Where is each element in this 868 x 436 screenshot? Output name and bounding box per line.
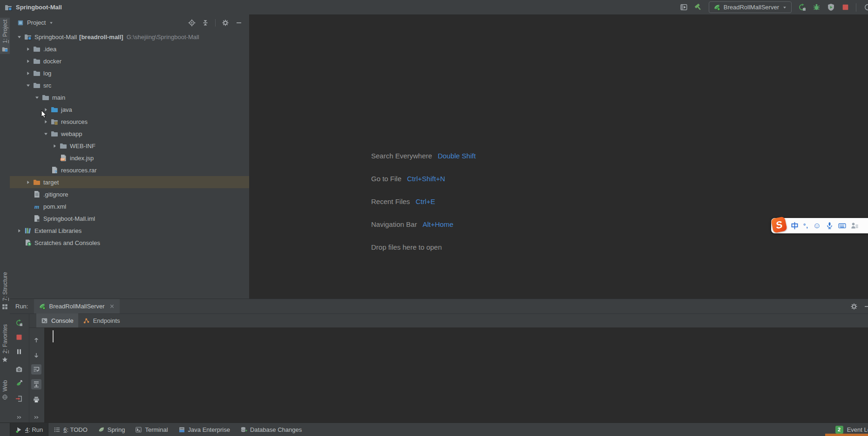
- project-folder-icon: [5, 4, 12, 11]
- tree-row-Springboot-Mall[interactable]: Springboot-Mall[breadroll-mall]G:\shejii…: [10, 31, 249, 43]
- expand-arrow-icon[interactable]: [15, 227, 23, 234]
- statusbar-item-terminal[interactable]: Terminal: [130, 423, 173, 436]
- statusbar: 4: Run6: TODOSpringTerminalJava Enterpri…: [0, 422, 868, 436]
- run-config-dropdown[interactable]: BreadRollMallServer: [709, 1, 792, 13]
- statusbar-item-spring[interactable]: Spring: [93, 423, 130, 436]
- expand-arrow-icon[interactable]: [51, 142, 58, 150]
- project-view-icon: [17, 20, 24, 26]
- expand-arrow-icon[interactable]: [42, 130, 49, 137]
- chevron-down-icon[interactable]: [49, 20, 54, 25]
- hide-run-panel-icon[interactable]: [863, 303, 868, 310]
- tree-row-External Libraries[interactable]: External Libraries: [10, 225, 249, 237]
- tree-row-target[interactable]: target: [10, 176, 249, 188]
- search-everywhere-icon[interactable]: [863, 3, 868, 11]
- tree-row-.gitignore[interactable]: .gitignore: [10, 188, 249, 200]
- tree-row-Springboot-Mall.iml[interactable]: Springboot-Mall.iml: [10, 212, 249, 225]
- statusbar-item-label: 4: Run: [25, 426, 43, 433]
- exit-button[interactable]: [15, 395, 23, 402]
- tab-console[interactable]: Console: [36, 313, 78, 327]
- tree-item-label: pom.xml: [43, 203, 66, 210]
- statusbar-item-database-changes[interactable]: Database Changes: [235, 423, 307, 436]
- expand-arrow-icon[interactable]: [24, 69, 32, 77]
- statusbar-item-java-enterprise[interactable]: Java Enterprise: [173, 423, 235, 436]
- tree-row-resources.rar[interactable]: ?resources.rar: [10, 164, 249, 176]
- stop-button[interactable]: [841, 3, 849, 11]
- drop-hint-label: Drop files here to open: [371, 243, 442, 251]
- statusbar-item--todo[interactable]: 6: TODO: [48, 423, 93, 436]
- expand-arrow-icon[interactable]: [24, 45, 32, 53]
- statusbar-item--run[interactable]: 4: Run: [10, 423, 48, 436]
- skin-settings-icon[interactable]: [851, 222, 859, 230]
- tree-row-main[interactable]: main: [10, 91, 249, 103]
- text-caret: [53, 330, 54, 342]
- editor-area[interactable]: Search EverywhereDouble ShiftGo to FileC…: [249, 14, 868, 299]
- microphone-icon[interactable]: [826, 222, 834, 230]
- prev-occurrence-button[interactable]: [31, 335, 41, 345]
- select-opened-file-icon[interactable]: [188, 19, 196, 27]
- chinese-mode-icon[interactable]: [791, 222, 799, 230]
- hide-panel-icon[interactable]: [235, 19, 243, 27]
- expand-arrow-icon[interactable]: [24, 178, 32, 186]
- run-button[interactable]: [798, 3, 806, 11]
- statusbar-item-label: Spring: [108, 426, 125, 433]
- close-icon[interactable]: [109, 303, 115, 309]
- collapse-all-icon[interactable]: [202, 19, 209, 27]
- tree-row-index.jsp[interactable]: JSPindex.jsp: [10, 152, 249, 164]
- stripe-item-structure[interactable]: 7: Structure: [0, 272, 10, 310]
- rerun-button[interactable]: [15, 319, 23, 327]
- coverage-button[interactable]: [827, 3, 835, 11]
- shortcut-action-label: Search Everywhere: [371, 152, 432, 160]
- folder-excluded-icon: [33, 178, 41, 186]
- console-output[interactable]: [44, 327, 868, 423]
- tree-row-src[interactable]: src: [10, 79, 249, 91]
- expand-arrow-icon[interactable]: [24, 82, 32, 89]
- svg-text:JSP: JSP: [61, 158, 65, 161]
- tree-row-docker[interactable]: docker: [10, 55, 249, 67]
- next-occurrence-button[interactable]: [31, 350, 41, 361]
- todo-icon: [54, 426, 61, 433]
- more-actions-icon[interactable]: [31, 412, 41, 422]
- tab-label: Endpoints: [93, 317, 120, 324]
- tree-row-webapp[interactable]: webapp: [10, 128, 249, 140]
- sogou-logo[interactable]: S: [771, 216, 787, 233]
- toolwindow-stripe: 1: Project7: Structure2: FavoritesWeb: [0, 14, 10, 423]
- statusbar-item-label: Terminal: [145, 426, 168, 433]
- debug-button[interactable]: [813, 3, 821, 11]
- soft-wrap-toggle[interactable]: [31, 364, 41, 375]
- project-tree: Springboot-Mall[breadroll-mall]G:\shejii…: [10, 31, 249, 299]
- tree-row-Scratches and Consoles[interactable]: Scratches and Consoles: [10, 237, 249, 249]
- stop-process-button[interactable]: [15, 334, 23, 341]
- tree-row-WEB-INF[interactable]: WEB-INF: [10, 140, 249, 152]
- run-configuration-tab[interactable]: BreadRollMallServer: [34, 299, 119, 313]
- scroll-to-end-toggle[interactable]: [31, 379, 41, 389]
- tree-item-label: resources: [61, 118, 88, 125]
- tree-item-label: java: [61, 106, 72, 113]
- run-settings-gear-icon[interactable]: [850, 303, 858, 310]
- emoji-icon[interactable]: ☺: [813, 222, 821, 230]
- expand-arrow-icon[interactable]: [15, 33, 23, 41]
- update-application-button[interactable]: [15, 380, 23, 387]
- project-panel-actions: [188, 19, 243, 27]
- thread-dump-button[interactable]: [15, 366, 23, 373]
- stripe-item-project[interactable]: 1: Project: [0, 18, 10, 54]
- project-panel-title: Project: [27, 19, 46, 26]
- stripe-item-favorites[interactable]: 2: Favorites: [0, 324, 10, 362]
- expand-arrow-icon[interactable]: [33, 94, 41, 101]
- expand-arrow-icon[interactable]: [24, 57, 32, 65]
- tree-row-pom.xml[interactable]: mpom.xml: [10, 200, 249, 212]
- settings-gear-icon[interactable]: [222, 19, 229, 27]
- tab-endpoints[interactable]: Endpoints: [78, 313, 125, 327]
- tree-row-.idea[interactable]: .idea: [10, 43, 249, 55]
- print-button[interactable]: [31, 395, 41, 405]
- statusbar-item-label: Java Enterprise: [188, 426, 230, 433]
- more-actions-icon[interactable]: [15, 414, 23, 421]
- stripe-itemweb[interactable]: Web: [0, 380, 10, 400]
- pause-output-button[interactable]: [15, 348, 23, 355]
- terminal-icon: [135, 426, 142, 433]
- restore-layout-icon[interactable]: [680, 3, 688, 11]
- tree-row-log[interactable]: log: [10, 67, 249, 79]
- virtual-keyboard-icon[interactable]: [838, 222, 846, 230]
- build-project-icon[interactable]: [694, 3, 702, 11]
- punctuation-mode-icon[interactable]: °,: [803, 222, 808, 229]
- folder-icon: [33, 45, 41, 53]
